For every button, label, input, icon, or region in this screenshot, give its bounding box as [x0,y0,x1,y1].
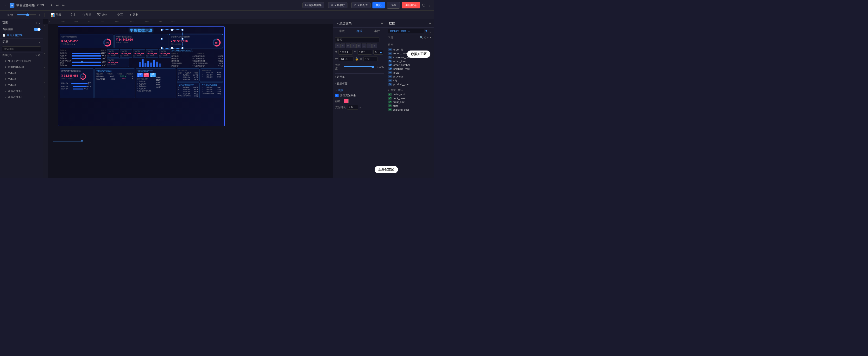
angle-input[interactable] [373,50,383,55]
expand-page-button[interactable]: ∨ [38,21,41,25]
layer-item[interactable]: ○ 环形进度条9 [0,94,43,100]
dashboard-preview[interactable]: 零售数据大屏 今日零售成交金额 ¥ 34,545,656 主推进: 66.66%… [58,26,225,126]
align-top-btn[interactable]: ⊤ [351,43,356,48]
layer-item[interactable]: ○ 环形进度条9 [0,88,43,94]
more-button[interactable]: ⋮ [427,3,431,7]
layer-search-input[interactable] [2,47,41,51]
tab-style[interactable]: 样式 [351,28,368,35]
layer-item[interactable]: T 文本33 [0,82,43,88]
field-shipping-type[interactable]: Str shipping_type [388,67,432,71]
field-report-date[interactable]: Str report_date [388,52,432,55]
layer-item[interactable]: ≡ 今日主站行业业成交 [0,58,43,64]
h-input[interactable] [363,57,378,61]
field-product-type[interactable]: Str product_type [388,82,432,86]
y-input[interactable] [358,50,372,55]
lock-icon[interactable]: 🔒 [355,57,359,61]
field-order-amt[interactable]: Nº order_amt [388,92,432,96]
glow-checkbox[interactable]: ✓ [335,94,339,97]
preview-button[interactable]: 预览 [372,2,385,8]
align-hdist-btn[interactable]: ↔ [367,43,372,48]
align-center-btn[interactable]: ≡ [340,43,345,48]
tool-shape[interactable]: ⬡ 形状 [79,12,94,18]
layer-settings-icon[interactable]: ⚙ [38,54,41,57]
tool-media[interactable]: 🖼 媒体 [94,12,110,18]
export-button[interactable]: ⬡ [422,3,425,7]
comp-search-input[interactable] [335,37,379,42]
field-order-id[interactable]: Str order_id [388,48,432,52]
color-swatch[interactable] [344,99,349,103]
field-expand-icon[interactable]: ▼ [429,36,432,39]
x-input[interactable] [338,50,353,55]
global-config-button[interactable]: ⊙ 全局配置 [351,2,371,8]
selection-handle-mr[interactable] [182,38,183,40]
selection-handle-tl[interactable] [161,29,162,31]
panel-menu-icon[interactable]: ≡ [381,22,383,25]
save-button[interactable]: 保存 [387,2,400,9]
publish-button[interactable]: 重新发布 [402,2,420,8]
field-area[interactable]: Str area [388,71,432,75]
field-order-level[interactable]: Str order_level [388,59,432,63]
layer-item[interactable]: ≡ 阅值翻牌器68 [0,64,43,70]
h-label: H [360,58,362,60]
zoom-slider[interactable] [17,14,36,16]
align-vdist-btn[interactable]: ↕ [372,43,377,48]
zoom-minus-button[interactable]: − [2,13,6,17]
field-order-number[interactable]: Str order_number [388,63,432,67]
field-profit-amt[interactable]: Nº profit_amt [388,100,432,104]
measure-label: 度量 [391,88,396,92]
field-copy-icon[interactable]: C [424,36,426,39]
tool-assets[interactable]: ✦ 素材 [126,12,142,18]
zoom-plus-button[interactable]: + [38,13,41,17]
page-toggle[interactable] [34,28,41,31]
measure-expand-icon[interactable]: ∨ [388,89,390,91]
tool-text[interactable]: T 文本 [64,12,79,18]
data-panel-menu-icon[interactable]: ≡ [429,22,431,25]
selection-handle-tc[interactable] [171,29,173,31]
global-param-button[interactable]: ⊕ 全局参数 [328,2,347,8]
section-data-label[interactable]: › 数据标签 [335,80,384,87]
section-progress-bar[interactable]: › 进度条 [335,73,384,80]
transparency-slider[interactable] [344,66,374,67]
field-shipping-cost[interactable]: Nº shipping_cost [388,108,432,112]
w-input[interactable] [339,57,353,61]
selection-handle-bc[interactable] [171,47,173,49]
align-middle-btn[interactable]: ⊞ [356,43,361,48]
selection-handle-ml[interactable] [161,38,162,40]
field-search-icon[interactable]: 🔍 [420,36,423,39]
align-left-btn[interactable]: ⫷ [335,43,340,48]
field-price[interactable]: Nº price [388,104,432,108]
replace-dataset-button[interactable]: ⛁ 替换数据集 [303,2,324,8]
star-button[interactable]: ★ [50,3,53,7]
tab-event[interactable]: 事件 [368,28,386,35]
tool-interact[interactable]: ↔ 交互 [110,12,126,18]
tool-chart[interactable]: 📊 图表 [48,12,64,18]
selection-handle-br[interactable] [182,47,183,49]
field-city[interactable]: Str city [388,79,432,82]
tab-field[interactable]: 字段 [333,28,351,35]
align-bottom-btn[interactable]: ⊥ [362,43,366,48]
align-right-btn[interactable]: ⫸ [346,43,350,48]
layer-item[interactable]: T 文本33 [0,76,43,82]
right-activity: 活动累计主站行业业成交 行业名称 商品名称11230万 商品名称2901万 商品… [172,49,223,67]
selection-handle-bl[interactable] [161,47,162,49]
datasource-dropdown[interactable]: ▼ [425,29,428,33]
section-animation[interactable]: ∨ 动效 [335,87,384,94]
field-back-point[interactable]: Nº back_point [388,96,432,100]
layer-collapse-icon[interactable]: ∨ [38,40,41,44]
add-page-button[interactable]: + [35,21,37,25]
undo-button[interactable]: ↩ [55,3,60,8]
selection-handle-tr[interactable] [182,29,183,31]
layer-item[interactable]: T 文本33 [0,70,43,76]
field-province[interactable]: Str province [388,75,432,79]
comp-search-more-icon[interactable]: ⋮ [380,38,384,41]
field-customer-name[interactable]: Str customer_name [388,55,432,59]
layer-group-icon[interactable]: □ [35,54,36,57]
datasource-more[interactable]: ⋮ [429,29,432,33]
redo-button[interactable]: ↪ [61,3,66,8]
field-name: area [393,71,399,74]
page-item-retail[interactable]: 📄 零售大屏效果 [0,32,43,38]
back-button[interactable]: ‹ [3,3,8,8]
duration-input[interactable] [347,105,358,110]
field-add-icon[interactable]: + [427,36,429,39]
layer-item-label: 文本33 [8,83,41,87]
